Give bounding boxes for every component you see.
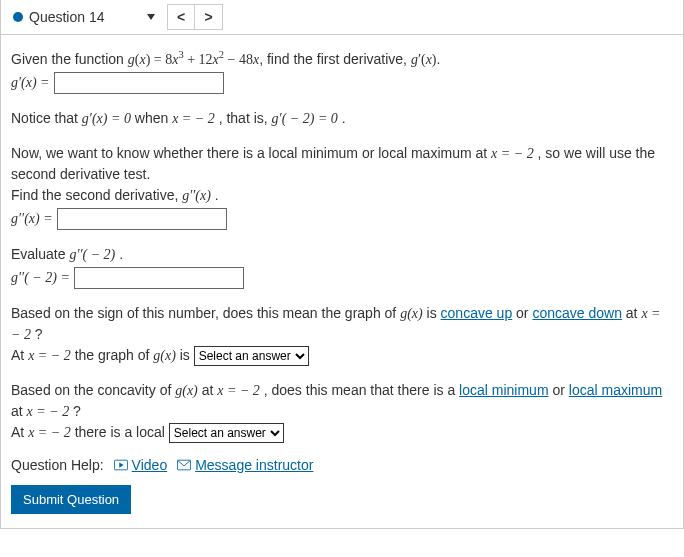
math: x = − 2	[28, 425, 71, 440]
text: , does this mean that there is a	[264, 382, 459, 398]
text: or	[516, 305, 532, 321]
question-label: Question 14	[29, 9, 105, 25]
text: there is a local	[75, 424, 169, 440]
text: Given the function	[11, 51, 128, 67]
text: Find the second derivative,	[11, 187, 182, 203]
status-dot-icon	[13, 12, 23, 22]
chevron-left-icon: <	[177, 9, 185, 25]
question-header: Question 14 < >	[0, 0, 684, 35]
video-icon	[114, 459, 128, 471]
math: x = − 2	[28, 348, 71, 363]
g2prime-lhs: g′′(x) =	[11, 208, 53, 229]
help-label: Question Help:	[11, 457, 104, 473]
text: .	[215, 187, 219, 203]
question-help-row: Question Help: Video Message instructor	[11, 457, 673, 473]
function-def: g(x) = 8x3 + 12x2 − 48x	[128, 52, 259, 67]
chevron-right-icon: >	[204, 9, 212, 25]
text: , find the first derivative,	[259, 51, 411, 67]
gprime-lhs: g′(x) =	[11, 72, 50, 93]
text: the graph of	[75, 347, 154, 363]
math: g(x)	[175, 383, 198, 398]
concavity-question: Based on the sign of this number, does t…	[11, 303, 673, 366]
caret-down-icon	[147, 14, 155, 20]
text: Notice that	[11, 110, 82, 126]
text: at	[626, 305, 642, 321]
evaluate-row: g′′( − 2) =	[11, 267, 673, 289]
text: At	[11, 347, 28, 363]
text: .	[437, 51, 441, 67]
math: g′( − 2) = 0	[272, 111, 338, 126]
text: Based on the sign of this number, does t…	[11, 305, 400, 321]
text: is	[180, 347, 194, 363]
text: at	[202, 382, 218, 398]
text: At	[11, 424, 28, 440]
g2prime-at-lhs: g′′( − 2) =	[11, 267, 70, 288]
second-derivative-intro: Now, we want to know whether there is a …	[11, 143, 673, 230]
concavity-select[interactable]: Select an answer	[194, 346, 309, 366]
text: is	[427, 305, 441, 321]
text: Now, we want to know whether there is a …	[11, 145, 491, 161]
video-label: Video	[132, 457, 168, 473]
local-maximum-link[interactable]: local maximum	[569, 382, 662, 398]
question-body: Given the function g(x) = 8x3 + 12x2 − 4…	[0, 35, 684, 529]
gprime: g′(x)	[411, 52, 437, 67]
svg-marker-1	[119, 462, 123, 467]
text: ?	[35, 326, 43, 342]
submit-question-button[interactable]: Submit Question	[11, 485, 131, 514]
concave-up-link[interactable]: concave up	[441, 305, 513, 321]
video-help-link[interactable]: Video	[114, 457, 168, 473]
second-derivative-input[interactable]	[57, 208, 227, 230]
math: g(x)	[400, 306, 423, 321]
text: , that is,	[219, 110, 272, 126]
math: g′′(x)	[182, 188, 211, 203]
math: x = − 2	[217, 383, 260, 398]
text: .	[342, 110, 346, 126]
text: ?	[73, 403, 81, 419]
prev-question-button[interactable]: <	[167, 4, 195, 30]
math: g(x)	[153, 348, 176, 363]
math: x = − 2	[491, 146, 534, 161]
evaluate-input[interactable]	[74, 267, 244, 289]
first-derivative-input[interactable]	[54, 72, 224, 94]
prompt-intro: Given the function g(x) = 8x3 + 12x2 − 4…	[11, 47, 673, 94]
math: g′(x) = 0	[82, 111, 131, 126]
local-minimum-link[interactable]: local minimum	[459, 382, 548, 398]
text: Evaluate	[11, 246, 69, 262]
next-question-button[interactable]: >	[195, 4, 223, 30]
second-derivative-row: g′′(x) =	[11, 208, 673, 230]
text: Based on the concavity of	[11, 382, 175, 398]
notice-para: Notice that g′(x) = 0 when x = − 2 , tha…	[11, 108, 673, 129]
question-selector[interactable]: Question 14	[9, 7, 159, 27]
text: at	[11, 403, 27, 419]
math: x = − 2	[172, 111, 215, 126]
message-instructor-link[interactable]: Message instructor	[177, 457, 313, 473]
math: g′′( − 2)	[69, 247, 115, 262]
message-label: Message instructor	[195, 457, 313, 473]
text: .	[119, 246, 123, 262]
text: or	[552, 382, 568, 398]
mail-icon	[177, 459, 191, 471]
text: when	[135, 110, 172, 126]
math: x = − 2	[27, 404, 70, 419]
first-derivative-row: g′(x) =	[11, 72, 673, 94]
evaluate-para: Evaluate g′′( − 2) . g′′( − 2) =	[11, 244, 673, 289]
extremum-question: Based on the concavity of g(x) at x = − …	[11, 380, 673, 443]
concave-down-link[interactable]: concave down	[532, 305, 622, 321]
extremum-select[interactable]: Select an answer	[169, 423, 284, 443]
nav-buttons: < >	[167, 4, 223, 30]
